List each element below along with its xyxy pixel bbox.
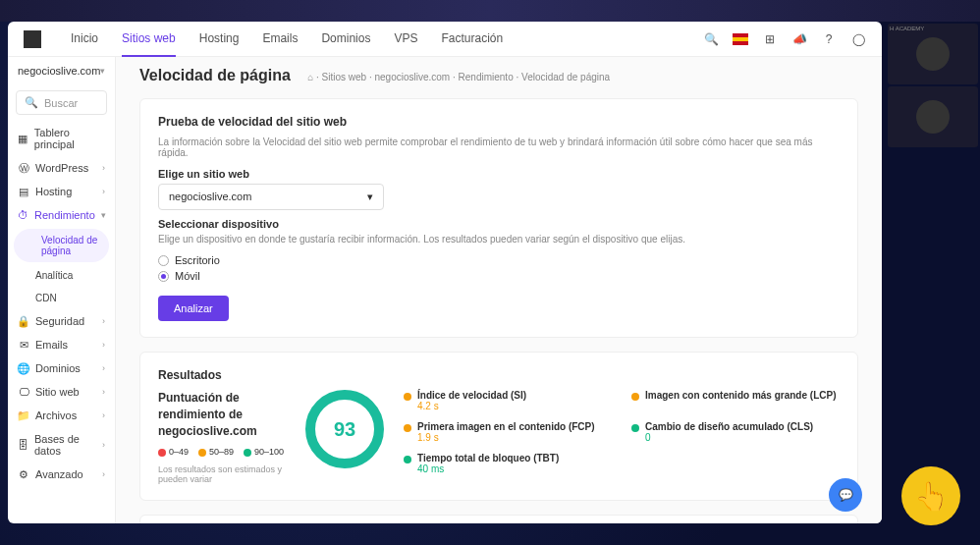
chevron-down-icon: ▾ [367,191,373,203]
metrics-grid: Índice de velocidad (SI)4.2 s Imagen con… [404,390,840,474]
hosting-icon: ▤ [18,186,29,197]
chevron-right-icon: › [102,440,105,450]
search-icon: 🔍 [25,96,38,109]
page-title: Velocidad de página [139,67,291,84]
site-select[interactable]: negocioslive.com ▾ [158,184,384,210]
chevron-right-icon: › [102,469,105,479]
score-gauge: 93 [305,390,384,468]
metric-si: Índice de velocidad (SI)4.2 s [404,390,612,411]
results-card: Resultados Puntuación de rendimiento de … [139,352,858,501]
crumb-current: Velocidad de página [521,72,610,82]
search-icon[interactable]: 🔍 [703,31,719,47]
home-icon[interactable]: ⌂ [307,72,313,82]
dot-icon [404,424,411,432]
crumb-sitios[interactable]: Sitios web [322,72,367,82]
main-content: Velocidad de página ⌂ · Sitios web · neg… [116,57,882,523]
score-title: Puntuación de rendimiento de negociosliv… [158,390,286,439]
chevron-right-icon: › [102,410,105,420]
site-selector-label: negocioslive.com [18,65,100,77]
nav-inicio[interactable]: Inicio [71,22,98,57]
speed-test-card: Prueba de velocidad del sitio web La inf… [139,98,858,338]
dot-icon [631,393,639,401]
folder-icon: 📁 [18,409,29,421]
performance-icon: ⏱ [18,209,28,221]
chevron-right-icon: › [102,387,105,397]
grid-icon: ▦ [18,133,28,144]
sidebar-item-rendimiento[interactable]: ⏱Rendimiento▾ [8,203,115,227]
chevron-right-icon: › [102,163,105,173]
breadcrumb: ⌂ · Sitios web · negocioslive.com · Rend… [307,72,610,82]
score-note: Los resultados son estimados y pueden va… [158,464,286,484]
sidebar-item-seguridad[interactable]: 🔒Seguridad› [8,309,115,333]
notifications-icon[interactable]: 📣 [791,31,807,47]
nav-vps[interactable]: VPS [394,22,417,57]
device-label: Seleccionar dispositivo [158,218,840,230]
chevron-down-icon: ▾ [101,210,106,220]
nav-sitios-web[interactable]: Sitios web [122,22,176,57]
sidebar-item-analitica[interactable]: Analítica [8,264,115,287]
test-heading: Prueba de velocidad del sitio web [158,115,840,129]
chevron-right-icon: › [102,340,105,350]
dot-icon [404,456,411,463]
site-select-value: negocioslive.com [169,191,251,203]
metric-cls: Cambio de diseño acumulado (CLS)0 [631,421,840,443]
crumb-site[interactable]: negocioslive.com [374,72,450,82]
metric-tbt: Tiempo total de bloqueo (TBT)40 ms [404,453,612,474]
store-icon[interactable]: ⊞ [762,31,778,47]
site-selector[interactable]: negocioslive.com ▾ [8,57,115,84]
monitor-icon: 🖵 [18,386,29,398]
sidebar: negocioslive.com ▾ 🔍 Buscar ▦Tablero pri… [8,57,116,523]
chevron-down-icon: ▾ [100,66,105,76]
pointer-fab[interactable]: 👆 [901,466,960,525]
chevron-right-icon: › [102,316,105,326]
chevron-right-icon: › [102,363,105,373]
header: Inicio Sitios web Hosting Emails Dominio… [8,22,882,57]
crumb-rendimiento[interactable]: Rendimiento [459,72,514,82]
gear-icon: ⚙ [18,468,29,480]
sidebar-item-tablero[interactable]: ▦Tablero principal [8,121,115,156]
language-flag[interactable] [733,31,748,47]
sidebar-item-archivos[interactable]: 📁Archivos› [8,404,115,427]
mail-icon: ✉ [18,339,29,351]
sidebar-item-wordpress[interactable]: ⓌWordPress› [8,156,115,180]
nav-dominios[interactable]: Dominios [321,22,370,57]
metric-fcp: Primera imagen en el contenido (FCP)1.9 … [404,421,612,443]
sidebar-item-emails[interactable]: ✉Emails› [8,333,115,356]
sidebar-search[interactable]: 🔍 Buscar [16,90,107,115]
account-icon[interactable]: ◯ [850,31,866,47]
site-select-label: Elige un sitio web [158,168,840,180]
brand-logo[interactable] [24,30,41,48]
help-icon[interactable]: ? [821,31,837,47]
chevron-right-icon: › [102,187,105,196]
main-nav: Inicio Sitios web Hosting Emails Dominio… [71,22,703,57]
nav-facturacion[interactable]: Facturación [441,22,503,57]
search-placeholder: Buscar [44,97,78,109]
sidebar-item-velocidad[interactable]: Velocidad de página [14,229,109,262]
radio-escritorio[interactable]: Escritorio [158,254,840,266]
webcam-overlay: H ACADEMY [888,24,978,147]
sidebar-item-dominios[interactable]: 🌐Dominios› [8,356,115,380]
dot-icon [631,424,639,432]
analyze-button[interactable]: Analizar [158,296,229,321]
webcam-2 [888,86,978,147]
lock-icon: 🔒 [18,315,29,327]
dot-icon [404,393,411,401]
database-icon: 🗄 [18,439,28,451]
app-window: Inicio Sitios web Hosting Emails Dominio… [8,22,882,523]
wordpress-icon: Ⓦ [18,162,29,174]
score-legend: 0–49 50–89 90–100 [158,447,286,457]
device-help: Elige un dispositivo en donde te gustarí… [158,234,840,245]
nav-hosting[interactable]: Hosting [199,22,240,57]
metric-lcp: Imagen con contenido más grande (LCP) [631,390,840,411]
sidebar-item-avanzado[interactable]: ⚙Avanzado› [8,463,115,486]
radio-movil[interactable]: Móvil [158,270,840,282]
test-help-text: La información sobre la Velocidad del si… [158,136,840,158]
sidebar-item-hosting[interactable]: ▤Hosting› [8,180,115,203]
nav-emails[interactable]: Emails [262,22,298,57]
chat-fab[interactable]: 💬 [829,478,862,512]
sidebar-item-sitio-web[interactable]: 🖵Sitio web› [8,380,115,404]
results-heading: Resultados [158,368,840,382]
webcam-1: H ACADEMY [888,24,978,84]
sidebar-item-bases-datos[interactable]: 🗄Bases de datos› [8,427,115,463]
sidebar-item-cdn[interactable]: CDN [8,287,115,309]
